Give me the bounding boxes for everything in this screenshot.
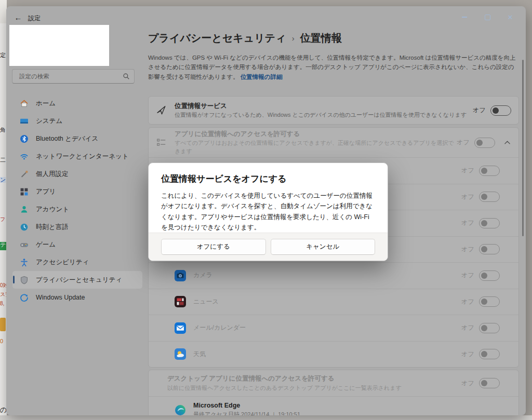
sidebar-item-accounts[interactable]: アカウント: [12, 200, 142, 218]
edge-last-access: 最終アクセス日時 2024/11/14 ｜ 19:10:51: [193, 411, 300, 415]
sidebar-item-home[interactable]: ホーム: [12, 94, 142, 112]
camera-toggle[interactable]: [479, 270, 500, 281]
location-service-card: 位置情報サービス 位置情報がオフになっているため、Windows とこのデバイス…: [148, 96, 519, 125]
page-title: 位置情報: [300, 31, 342, 45]
location-arrow-icon: [156, 105, 166, 115]
app-label: メール/カレンダー: [193, 323, 246, 332]
bg-fragment-badge: テ: [0, 242, 6, 250]
sidebar-item-apps[interactable]: アプリ: [12, 183, 142, 200]
sidebar-item-network[interactable]: ネットワークとインターネット: [12, 147, 142, 165]
app-toggle[interactable]: [479, 192, 500, 202]
app-label: カメラ: [193, 271, 212, 280]
sidebar-item-label: アクセシビリティ: [36, 258, 89, 267]
toggle-state-label: オフ: [456, 138, 470, 147]
app-label: ニュース: [193, 297, 219, 306]
row-controls: オフ: [456, 138, 511, 148]
sidebar-item-label: ゲーム: [36, 240, 56, 249]
page-description: Windows では、GPS や Wi-Fi などのデバイスの機能を使用して、位…: [148, 53, 519, 82]
sidebar-item-privacy-security[interactable]: プライバシーとセキュリティ: [12, 271, 142, 289]
paintbrush-icon: [19, 169, 29, 179]
shield-icon: [19, 275, 29, 284]
location-info-link[interactable]: 位置情報の詳細: [241, 74, 283, 80]
cancel-button[interactable]: キャンセル: [271, 239, 376, 255]
desktop-apps-toggle[interactable]: [479, 378, 500, 388]
row-controls: オフ: [461, 349, 500, 359]
system-icon: [19, 116, 29, 126]
app-access-header-row[interactable]: アプリに位置情報へのアクセスを許可する すべてのアプリはおおよその位置情報にアク…: [149, 128, 518, 157]
app-label: 天気: [193, 350, 206, 359]
row-controls: オフ: [461, 323, 500, 333]
sidebar-item-label: Windows Update: [36, 294, 85, 301]
sidebar-item-label: システム: [36, 117, 62, 126]
turn-off-location-dialog: 位置情報サービスをオフにする これにより、このデバイスを使用しているすべてのユー…: [148, 162, 388, 261]
app-toggle[interactable]: [479, 244, 500, 254]
row-title: 位置情報サービス: [175, 102, 467, 111]
close-button[interactable]: ✕: [499, 10, 522, 24]
toggle-state-label: オフ: [461, 323, 474, 332]
edge-history-row: Microsoft Edge 最終アクセス日時 2024/11/14 ｜ 19:…: [149, 396, 518, 415]
sidebar-item-label: 時刻と言語: [36, 223, 69, 232]
app-toggle[interactable]: [479, 218, 500, 228]
row-subtitle: 以前に位置情報へアクセスしたことのあるデスクトップ アプリがここに一覧表示されま…: [167, 384, 402, 392]
sidebar-item-personalization[interactable]: 個人用設定: [12, 165, 142, 183]
breadcrumb-parent[interactable]: プライバシーとセキュリティ: [148, 31, 286, 45]
bg-fragment: 定: [0, 52, 6, 58]
dialog-body: 位置情報サービスをオフにする これにより、このデバイスを使用しているすべてのユー…: [149, 163, 388, 233]
sidebar-item-system[interactable]: システム: [12, 112, 142, 130]
gamepad-icon: [19, 240, 29, 249]
sidebar-nav: ホーム システム Bluetooth とデバイス ネットワークとインターネット …: [12, 94, 142, 306]
app-permission-row-news: ニュース オフ: [149, 289, 518, 315]
bg-fragment: ン: [0, 177, 6, 183]
sidebar-item-time-language[interactable]: 時刻と言語: [12, 218, 142, 236]
description-text: Windows では、GPS や Wi-Fi などのデバイスの機能を使用して、位…: [148, 55, 516, 80]
window-title: 設定: [28, 14, 41, 23]
row-controls: オフ: [461, 218, 500, 228]
toggle-state-label: オフ: [461, 193, 474, 201]
sidebar-item-gaming[interactable]: ゲーム: [12, 236, 142, 253]
bg-fragment: 0: [0, 338, 3, 344]
toggle-state-label: オフ: [461, 379, 474, 388]
breadcrumb: プライバシーとセキュリティ › 位置情報: [148, 31, 342, 45]
news-toggle[interactable]: [479, 296, 500, 307]
sidebar-item-windows-update[interactable]: Windows Update: [12, 289, 142, 306]
clock-globe-icon: [19, 222, 29, 232]
row-text: Microsoft Edge 最終アクセス日時 2024/11/14 ｜ 19:…: [193, 401, 300, 415]
bg-fragment: 角: [0, 127, 6, 133]
toggle-state-label: オフ: [472, 106, 486, 115]
mail-toggle[interactable]: [479, 323, 500, 333]
mail-calendar-app-icon: [175, 322, 186, 334]
weather-toggle[interactable]: [479, 349, 500, 359]
toggle-state-label: オフ: [461, 350, 474, 359]
location-service-row: 位置情報サービス 位置情報がオフになっているため、Windows とこのデバイス…: [149, 97, 518, 124]
maximize-button[interactable]: [476, 10, 499, 24]
row-text: 位置情報サービス 位置情報がオフになっているため、Windows とこのデバイス…: [175, 102, 467, 119]
vertical-scrollbar[interactable]: [522, 60, 524, 236]
row-subtitle: 位置情報がオフになっているため、Windows とこのデバイスの他のユーザーは位…: [175, 111, 467, 119]
sidebar-item-label: プライバシーとセキュリティ: [36, 276, 122, 284]
location-service-toggle[interactable]: [490, 105, 511, 116]
dialog-title: 位置情報サービスをオフにする: [161, 173, 375, 185]
sidebar-item-accessibility[interactable]: アクセシビリティ: [12, 253, 142, 271]
weather-app-icon: [175, 348, 186, 360]
app-permission-row-weather: 天気 オフ: [149, 341, 518, 368]
maximize-icon: [485, 15, 490, 20]
app-access-toggle[interactable]: [474, 138, 495, 148]
back-button[interactable]: ←: [12, 12, 24, 23]
app-toggle[interactable]: [479, 166, 500, 176]
chevron-up-icon[interactable]: [503, 139, 511, 146]
minimize-button[interactable]: [453, 10, 476, 24]
search-input[interactable]: [18, 73, 123, 80]
background-window-bottom-band: [0, 415, 532, 420]
sidebar-item-label: Bluetooth とデバイス: [36, 134, 98, 143]
row-title: デスクトップ アプリに位置情報へのアクセスを許可する: [167, 374, 402, 384]
sidebar-item-label: アプリ: [36, 187, 56, 196]
sidebar-item-label: ホーム: [36, 99, 56, 108]
row-text: アプリに位置情報へのアクセスを許可する すべてのアプリはおおよその位置情報にアク…: [175, 130, 456, 155]
row-text: デスクトップ アプリに位置情報へのアクセスを許可する 以前に位置情報へアクセスし…: [167, 374, 402, 392]
turn-off-button[interactable]: オフにする: [161, 239, 266, 255]
sidebar-item-bluetooth[interactable]: Bluetooth とデバイス: [12, 130, 142, 147]
bg-fragment: 8,: [0, 301, 4, 306]
app-list-icon: [156, 138, 166, 147]
news-app-icon: [175, 296, 186, 307]
network-wifi-icon: [19, 152, 29, 161]
